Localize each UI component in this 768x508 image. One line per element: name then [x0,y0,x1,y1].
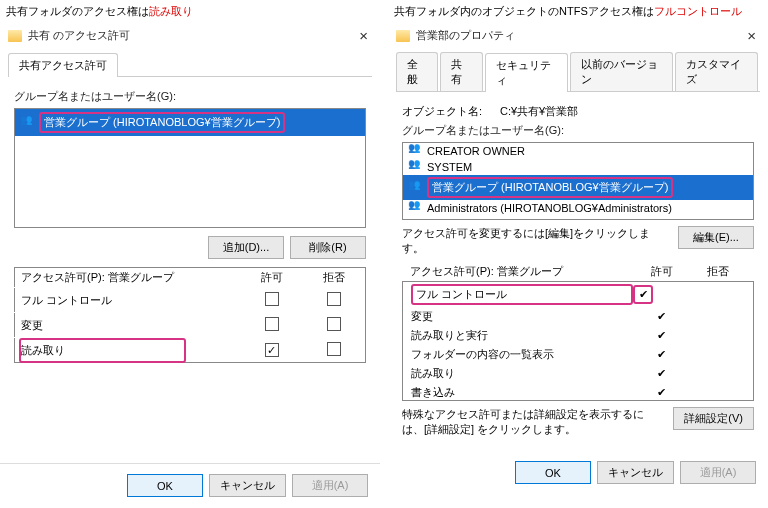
group-item-selected[interactable]: 営業グループ (HIROTANOBLOG¥営業グループ) [15,109,365,136]
perm-label: アクセス許可(P): 営業グループ [410,264,634,279]
deny-checkbox[interactable] [327,292,341,306]
col-allow: 許可 [241,268,303,288]
allow-tick: ✔ [633,329,689,342]
tab-カスタマイズ[interactable]: カスタマイズ [675,52,758,91]
ok-button[interactable]: OK [515,461,591,484]
tab-共有[interactable]: 共有 [440,52,482,91]
folder-icon [8,30,22,42]
tab-セキュリティ[interactable]: セキュリティ [485,53,568,92]
perm-label: アクセス許可(P): 営業グループ [15,268,241,288]
tab-全般[interactable]: 全般 [396,52,438,91]
users-icon [409,145,423,157]
close-icon[interactable]: × [355,27,372,44]
permission-row: フル コントロール ✔ [403,282,753,307]
allow-tick: ✔ [633,348,689,361]
dialog-footer: OK キャンセル 適用(A) [388,451,768,494]
permission-row: 書き込み ✔ [403,383,753,401]
allow-checkbox[interactable] [265,292,279,306]
edit-hint: アクセス許可を変更するには[編集]をクリックします。 [402,226,670,256]
advanced-button[interactable]: 詳細設定(V) [673,407,754,430]
remove-button[interactable]: 削除(R) [290,236,366,259]
group-label: グループ名またはユーザー名(G): [14,89,366,104]
permission-row: フォルダーの内容の一覧表示 ✔ [403,345,753,364]
group-label: グループ名またはユーザー名(G): [402,123,754,138]
ok-button[interactable]: OK [127,474,203,497]
group-item-label: Administrators (HIROTANOBLOG¥Administrat… [427,202,672,214]
add-button[interactable]: 追加(D)... [208,236,284,259]
permissions-table: アクセス許可(P): 営業グループ 許可 拒否 フル コントロール 変更 読み取… [14,267,366,363]
tab-share-permissions[interactable]: 共有アクセス許可 [8,53,118,77]
permission-name: 書き込み [411,385,633,400]
permission-row: フル コントロール [15,288,366,313]
deny-checkbox[interactable] [327,342,341,356]
permission-name: 読み取り [15,338,241,363]
group-list[interactable]: 営業グループ (HIROTANOBLOG¥営業グループ) [14,108,366,228]
col-deny: 拒否 [303,268,365,288]
permission-name: 読み取りと実行 [411,328,633,343]
deny-checkbox[interactable] [327,317,341,331]
right-caption: 共有フォルダ内のオブジェクトのNTFSアクセス権はフルコントロール [388,0,768,21]
users-icon [21,117,35,129]
group-item-label: 営業グループ (HIROTANOBLOG¥営業グループ) [427,177,673,198]
users-icon [409,202,423,214]
tab-以前のバージョン[interactable]: 以前のバージョン [570,52,673,91]
folder-icon [396,30,410,42]
permission-name: フル コントロール [15,288,241,313]
share-permissions-dialog: 共有フォルダのアクセス権は読み取り 共有 のアクセス許可 × 共有アクセス許可 … [0,0,380,507]
apply-button[interactable]: 適用(A) [680,461,756,484]
window-title: 共有 のアクセス許可 [28,28,355,43]
allow-checkbox[interactable] [265,343,279,357]
allow-tick: ✔ [633,310,689,323]
permission-row: 変更 ✔ [403,307,753,326]
allow-tick: ✔ [633,386,689,399]
group-item-label: 営業グループ (HIROTANOBLOG¥営業グループ) [39,112,285,133]
permission-row: 変更 [15,313,366,338]
cancel-button[interactable]: キャンセル [209,474,286,497]
window-title: 営業部のプロパティ [416,28,743,43]
permission-name: フォルダーの内容の一覧表示 [411,347,633,362]
permission-name: 変更 [15,313,241,338]
group-item-label: SYSTEM [427,161,472,173]
users-icon [409,161,423,173]
object-name-value: C:¥共有¥営業部 [500,104,578,119]
group-item[interactable]: Administrators (HIROTANOBLOG¥Administrat… [403,200,753,216]
permissions-list[interactable]: フル コントロール ✔ 変更 ✔ 読み取りと実行 ✔ フォルダーの内容の一覧表示… [402,281,754,401]
permission-name: フル コントロール [411,284,633,305]
group-item[interactable]: SYSTEM [403,159,753,175]
group-item[interactable]: CREATOR OWNER [403,143,753,159]
close-icon[interactable]: × [743,27,760,44]
permission-name: 読み取り [411,366,633,381]
security-properties-dialog: 共有フォルダ内のオブジェクトのNTFSアクセス権はフルコントロール 営業部のプロ… [388,0,768,507]
group-list[interactable]: CREATOR OWNERSYSTEM営業グループ (HIROTANOBLOG¥… [402,142,754,220]
edit-button[interactable]: 編集(E)... [678,226,754,249]
cancel-button[interactable]: キャンセル [597,461,674,484]
apply-button[interactable]: 適用(A) [292,474,368,497]
dialog-footer: OK キャンセル 適用(A) [0,464,380,507]
allow-tick: ✔ [633,285,653,304]
advanced-hint: 特殊なアクセス許可または詳細設定を表示するには、[詳細設定] をクリックします。 [402,407,665,437]
left-caption: 共有フォルダのアクセス権は読み取り [0,0,380,21]
allow-checkbox[interactable] [265,317,279,331]
col-deny: 拒否 [690,264,746,279]
group-item-label: CREATOR OWNER [427,145,525,157]
permission-row: 読み取り [15,338,366,363]
titlebar-left: 共有 のアクセス許可 × [0,21,380,50]
object-name-label: オブジェクト名: [402,104,492,119]
permission-row: 読み取りと実行 ✔ [403,326,753,345]
permission-row: 読み取り ✔ [403,364,753,383]
allow-tick: ✔ [633,367,689,380]
permission-name: 変更 [411,309,633,324]
users-icon [409,182,423,194]
col-allow: 許可 [634,264,690,279]
group-item[interactable]: 営業グループ (HIROTANOBLOG¥営業グループ) [403,175,753,200]
titlebar-right: 営業部のプロパティ × [388,21,768,50]
